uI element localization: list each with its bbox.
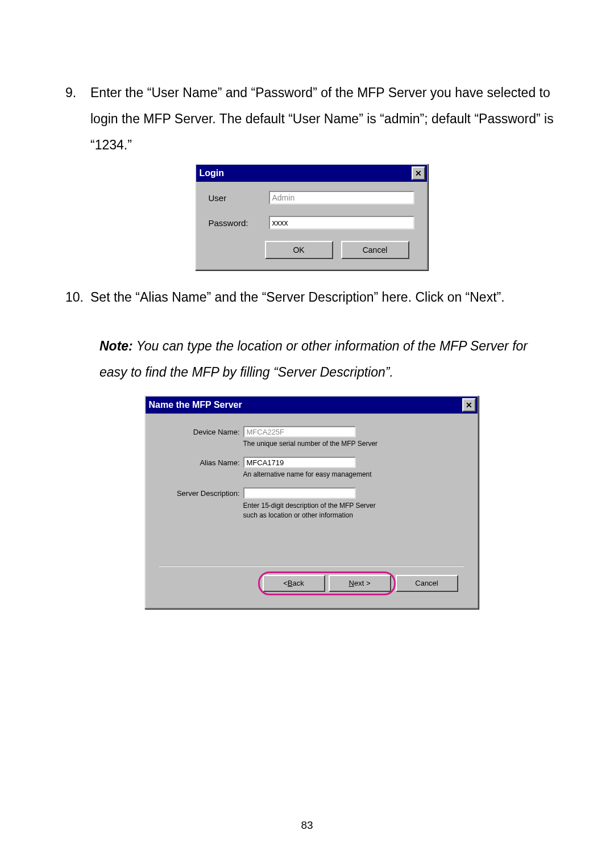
cancel-button[interactable]: Cancel — [341, 241, 409, 259]
device-name-hint: The unique serial number of the MFP Serv… — [243, 440, 464, 448]
server-desc-hint: Enter 15-digit description of the MFP Se… — [243, 501, 464, 520]
step-number: 10. — [65, 284, 90, 310]
step-text: Set the “Alias Name” and the “Server Des… — [90, 284, 557, 310]
user-input[interactable] — [269, 191, 414, 205]
back-button[interactable]: < Back — [263, 575, 325, 592]
device-name-input — [243, 426, 356, 437]
next-button[interactable]: Next > — [329, 575, 391, 592]
name-dialog: Name the MFP Server ✕ Device Name: The u… — [144, 395, 479, 609]
step-9: 9. Enter the “User Name” and “Password” … — [65, 80, 557, 158]
password-label: Password: — [209, 218, 269, 228]
step-number: 9. — [65, 80, 90, 158]
user-label: User — [209, 193, 269, 203]
note-text: You can type the location or other infor… — [99, 339, 528, 379]
cancel-button[interactable]: Cancel — [396, 575, 458, 592]
server-desc-label: Server Description: — [159, 489, 243, 498]
alias-name-hint: An alternative name for easy management — [243, 470, 464, 478]
name-titlebar: Name the MFP Server ✕ — [146, 397, 478, 414]
device-name-label: Device Name: — [159, 428, 243, 436]
password-input[interactable] — [269, 216, 414, 229]
login-dialog: Login ✕ User Password: OK Cancel — [195, 164, 428, 270]
name-body: Device Name: The unique serial number of… — [146, 414, 478, 608]
step-10: 10. Set the “Alias Name” and the “Server… — [65, 284, 557, 310]
alias-name-input[interactable] — [243, 457, 356, 468]
alias-name-label: Alias Name: — [159, 458, 243, 467]
name-title: Name the MFP Server — [149, 400, 242, 410]
close-icon[interactable]: ✕ — [462, 398, 476, 412]
close-icon[interactable]: ✕ — [412, 166, 425, 180]
wizard-button-row: < Back Next > Cancel — [159, 566, 464, 594]
login-title: Login — [200, 168, 225, 178]
note-label: Note: — [99, 339, 133, 353]
server-desc-input[interactable] — [243, 487, 356, 499]
server-desc-hint-line2: such as location or other information — [243, 511, 353, 519]
step-text: Enter the “User Name” and “Password” of … — [90, 80, 557, 158]
login-titlebar: Login ✕ — [196, 165, 427, 182]
ok-button[interactable]: OK — [265, 241, 333, 259]
login-body: User Password: OK Cancel — [196, 182, 427, 269]
note-block: Note: You can type the location or other… — [99, 333, 557, 385]
page-number: 83 — [0, 819, 614, 832]
server-desc-hint-line1: Enter 15-digit description of the MFP Se… — [243, 502, 376, 510]
